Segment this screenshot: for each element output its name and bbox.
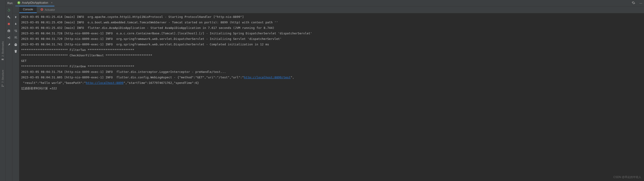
- console-line: ************************** CheckUserFilt…: [21, 53, 642, 58]
- console-line: 2023-03-05 08:04:31.728 [http-nio-8899-e…: [21, 31, 642, 36]
- console-line: 2023-03-05 08:01:25.430 [main] INFO o.s.…: [21, 20, 642, 25]
- run-label: Run:: [7, 1, 13, 5]
- exit-icon[interactable]: [7, 36, 11, 39]
- config-name: AvaApiDioApplication: [22, 1, 48, 4]
- bookmarks-label: 2: Bookmarks: [2, 41, 4, 57]
- console-line: 过滤器请求时间计算 =322: [21, 86, 642, 91]
- run-config-tab[interactable]: AvaApiDioApplication ×: [16, 0, 54, 6]
- close-icon[interactable]: ×: [51, 1, 52, 4]
- gear-icon[interactable]: [632, 1, 635, 5]
- svg-rect-0: [2, 86, 2, 87]
- svg-point-5: [8, 30, 10, 31]
- tab-actuator-label: Actuator: [45, 8, 55, 11]
- run-header: Run: AvaApiDioApplication × —: [6, 0, 644, 6]
- console-line: 2023-03-05 08:04:31.741 [http-nio-8899-e…: [21, 42, 642, 47]
- soft-wrap-icon[interactable]: [14, 29, 18, 32]
- rerun-icon[interactable]: [7, 8, 11, 12]
- console-line: 2023-03-05 08:04:31.729 [http-nio-8899-e…: [21, 36, 642, 42]
- tab-console-label: Console: [23, 8, 33, 11]
- tab-console[interactable]: Console: [19, 6, 37, 13]
- console-line: "result":"hello world","basePath":"http:…: [21, 80, 642, 86]
- console-line: 2023-03-05 08:04:31.754 [http-nio-8899-e…: [21, 69, 642, 75]
- clear-icon[interactable]: [14, 49, 18, 53]
- spring-boot-icon: [17, 1, 20, 4]
- run-toolbar: [6, 6, 12, 181]
- svg-rect-4: [8, 23, 10, 25]
- bookmarks-tool[interactable]: 2: Bookmarks: [2, 41, 4, 61]
- actuator-icon: [40, 8, 44, 12]
- console-output[interactable]: 2023-03-05 08:01:25.414 [main] INFO org.…: [19, 13, 644, 181]
- tab-actuator[interactable]: Actuator: [37, 7, 59, 13]
- console-line: 2023-03-05 08:01:25.432 [main] INFO flut…: [21, 25, 642, 31]
- console-link[interactable]: http://localhost:8899: [86, 81, 124, 85]
- pin-icon[interactable]: [7, 43, 11, 46]
- left-tool-strip: 2: Bookmarks 7: Structure: [0, 0, 6, 181]
- svg-rect-2: [3, 86, 4, 87]
- console-line: 2023-03-05 08:01:25.414 [main] INFO org.…: [21, 14, 642, 20]
- svg-point-7: [41, 9, 42, 10]
- console-line: GET: [21, 58, 642, 64]
- console-line: ************************** FilterTwo ***…: [21, 47, 642, 53]
- console-link[interactable]: http://localhost:8899/test: [244, 76, 291, 79]
- down-icon[interactable]: [14, 22, 18, 26]
- run-tabs: Console Actuator: [12, 6, 644, 13]
- stop-icon[interactable]: [7, 22, 11, 26]
- structure-label: 7: Structure: [2, 70, 4, 83]
- console-line: ************************** FilterOne ***…: [21, 64, 642, 69]
- console-line: 2023-03-05 08:04:31.805 [http-nio-8899-e…: [21, 75, 642, 80]
- print-icon[interactable]: [14, 43, 18, 46]
- camera-icon[interactable]: [7, 29, 11, 32]
- hide-icon[interactable]: —: [640, 1, 642, 5]
- structure-icon: [2, 84, 4, 87]
- structure-tool[interactable]: 7: Structure: [2, 70, 4, 87]
- watermark: CSDN @早起的年轻人: [613, 175, 641, 179]
- svg-rect-1: [2, 85, 2, 86]
- console-toolbar: [12, 13, 19, 181]
- up-icon[interactable]: [14, 15, 18, 19]
- scroll-end-icon[interactable]: [14, 36, 18, 39]
- bookmark-icon: [2, 58, 4, 61]
- wrench-icon[interactable]: [7, 15, 11, 19]
